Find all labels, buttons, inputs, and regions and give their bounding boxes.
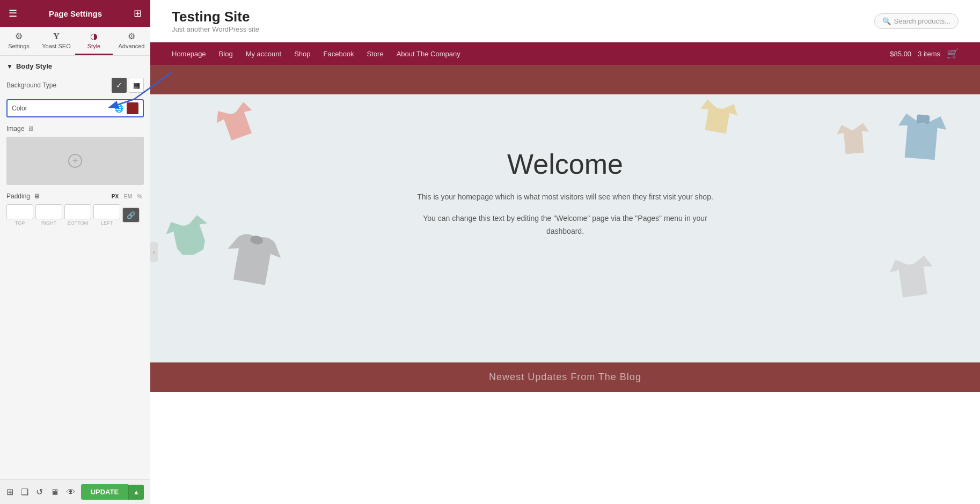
clothing-item-7 xyxy=(833,120,874,168)
color-label: Color xyxy=(12,105,114,112)
section-header: ▼ Body Style xyxy=(6,62,144,70)
site-preview: Testing Site Just another WordPress site… xyxy=(150,0,980,504)
background-type-row: Background Type ✓ ▦ xyxy=(6,78,144,93)
nav-link-blog[interactable]: Blog xyxy=(219,50,233,58)
nav-link-myaccount[interactable]: My account xyxy=(246,50,281,58)
image-upload-area[interactable]: + xyxy=(6,137,144,185)
history-icon[interactable]: ↺ xyxy=(36,487,43,497)
tab-settings[interactable]: ⚙ Settings xyxy=(0,27,38,55)
search-icon: 🔍 xyxy=(882,17,891,25)
left-panel: ☰ Page Settings ⊞ ⚙ Settings Y Yoast SEO… xyxy=(0,0,150,504)
clothing-item-6 xyxy=(885,250,941,312)
bg-type-image-btn[interactable]: ▦ xyxy=(129,78,144,93)
clothing-item-1 xyxy=(206,94,272,165)
cart-icon[interactable]: 🛒 xyxy=(947,48,959,60)
style-icon: ◑ xyxy=(90,31,98,41)
color-swatch[interactable] xyxy=(127,102,138,114)
tab-advanced[interactable]: ⚙ Advanced xyxy=(113,27,150,55)
main-content: Welcome This is your homepage which is w… xyxy=(150,94,980,362)
update-button[interactable]: UPDATE xyxy=(81,484,128,500)
padding-right-input[interactable] xyxy=(35,204,62,219)
tab-yoast[interactable]: Y Yoast SEO xyxy=(38,27,75,55)
grid-icon[interactable]: ⊞ xyxy=(134,8,142,19)
monitor-icon: 🖥 xyxy=(27,125,34,132)
welcome-section: Welcome This is your homepage which is w… xyxy=(404,148,726,246)
panel-header: ☰ Page Settings ⊞ xyxy=(0,0,150,27)
nav-link-about[interactable]: About The Company xyxy=(397,50,460,58)
padding-bottom-wrap: BOTTOM xyxy=(64,204,91,226)
padding-inputs: TOP RIGHT BOTTOM LEFT 🔗 xyxy=(6,204,144,226)
padding-top-wrap: TOP xyxy=(6,204,33,226)
site-title: Testing Site xyxy=(172,9,259,25)
padding-left-label: LEFT xyxy=(101,220,113,226)
padding-label: Padding xyxy=(6,192,30,200)
footer-banner: Newest Updates From The Blog xyxy=(150,362,980,392)
color-row[interactable]: Color 🌐 xyxy=(6,99,144,117)
search-box[interactable]: 🔍 Search products... xyxy=(874,13,959,29)
clothing-item-3 xyxy=(891,108,950,179)
nav-links: Homepage Blog My account Shop Facebook S… xyxy=(172,50,460,58)
unit-px[interactable]: PX xyxy=(110,193,120,200)
padding-bottom-input[interactable] xyxy=(64,204,91,219)
padding-top-label: TOP xyxy=(15,220,25,226)
padding-monitor-icon: 🖥 xyxy=(33,192,40,200)
image-label: Image xyxy=(6,125,24,132)
collapse-handle[interactable]: ‹ xyxy=(150,242,158,262)
site-tagline: Just another WordPress site xyxy=(172,25,259,33)
svg-rect-1 xyxy=(916,114,930,124)
hamburger-icon[interactable]: ☰ xyxy=(9,8,17,19)
device-icon[interactable]: 🖥 xyxy=(50,487,59,497)
nav-link-shop[interactable]: Shop xyxy=(294,50,310,58)
layers-icon[interactable]: ⊞ xyxy=(6,487,13,497)
welcome-title: Welcome xyxy=(404,148,726,180)
bg-type-color-btn[interactable]: ✓ xyxy=(112,78,127,93)
advanced-icon: ⚙ xyxy=(128,31,135,41)
link-padding-btn[interactable]: 🔗 xyxy=(122,207,140,223)
collapse-arrow-icon[interactable]: ▼ xyxy=(6,63,13,70)
tab-style[interactable]: ◑ Style xyxy=(75,27,113,55)
update-dropdown-button[interactable]: ▲ xyxy=(128,485,144,500)
footer-banner-text: Newest Updates From The Blog xyxy=(489,372,641,383)
update-btn-group: UPDATE ▲ xyxy=(81,484,144,500)
padding-left-wrap: LEFT xyxy=(93,204,120,226)
stack-icon[interactable]: ❑ xyxy=(21,487,28,497)
welcome-text-1: This is your homepage which is what most… xyxy=(404,191,726,204)
panel-body: ▼ Body Style Background Type ✓ ▦ Color 🌐… xyxy=(0,56,150,479)
unit-em[interactable]: EM xyxy=(122,193,134,200)
cart-price: $85.00 xyxy=(890,50,911,58)
search-placeholder: Search products... xyxy=(894,17,951,25)
clothing-item-5 xyxy=(220,227,284,302)
clothing-item-2 xyxy=(691,94,742,152)
yoast-icon: Y xyxy=(53,32,60,41)
panel-title: Page Settings xyxy=(49,9,102,18)
padding-header: Padding 🖥 PX EM % xyxy=(6,192,144,200)
add-image-icon[interactable]: + xyxy=(68,154,82,168)
padding-units: PX EM % xyxy=(110,193,144,200)
cart-items: 3 items xyxy=(918,50,940,58)
nav-link-store[interactable]: Store xyxy=(367,50,384,58)
eye-icon[interactable]: 👁 xyxy=(67,487,75,497)
clothing-item-4 xyxy=(159,207,222,278)
site-nav: Homepage Blog My account Shop Facebook S… xyxy=(150,42,980,65)
hero-banner xyxy=(150,65,980,94)
padding-right-wrap: RIGHT xyxy=(35,204,62,226)
image-label-row: Image 🖥 xyxy=(6,125,144,132)
footer-icons: ⊞ ❑ ↺ 🖥 👁 xyxy=(6,487,75,497)
site-branding: Testing Site Just another WordPress site xyxy=(172,9,259,33)
padding-right-label: RIGHT xyxy=(41,220,56,226)
padding-bottom-label: BOTTOM xyxy=(68,220,88,226)
settings-icon: ⚙ xyxy=(15,31,23,41)
panel-footer: ⊞ ❑ ↺ 🖥 👁 UPDATE ▲ xyxy=(0,479,150,504)
background-type-label: Background Type xyxy=(6,81,56,89)
padding-top-input[interactable] xyxy=(6,204,33,219)
panel-tabs: ⚙ Settings Y Yoast SEO ◑ Style ⚙ Advance… xyxy=(0,27,150,56)
welcome-text-2: You can change this text by editing the … xyxy=(404,212,726,238)
nav-link-homepage[interactable]: Homepage xyxy=(172,50,206,58)
nav-link-facebook[interactable]: Facebook xyxy=(324,50,354,58)
padding-left-input[interactable] xyxy=(93,204,120,219)
bg-type-buttons: ✓ ▦ xyxy=(112,78,144,93)
nav-right: $85.00 3 items 🛒 xyxy=(890,48,959,60)
globe-icon[interactable]: 🌐 xyxy=(114,104,123,113)
unit-percent[interactable]: % xyxy=(136,193,144,200)
site-header: Testing Site Just another WordPress site… xyxy=(150,0,980,42)
